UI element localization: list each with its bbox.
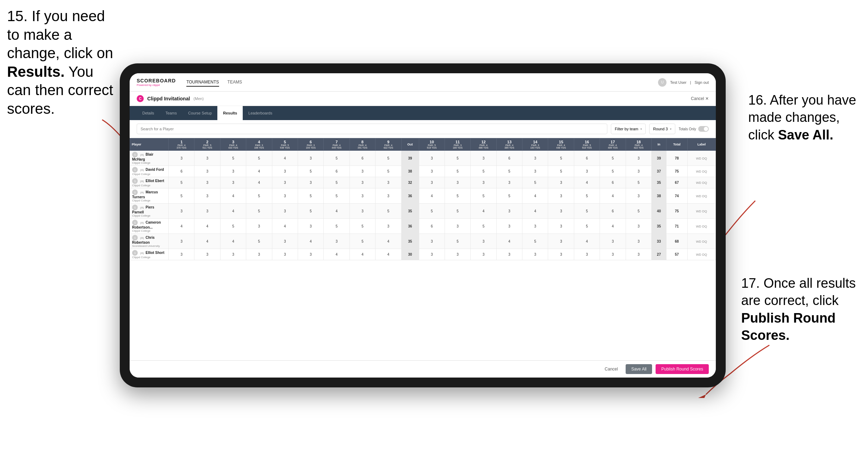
score-hole-11[interactable]: 3 — [445, 249, 470, 260]
label-dq[interactable]: DQ — [702, 181, 707, 185]
score-hole-3[interactable]: 3 — [220, 249, 246, 260]
score-hole-12[interactable]: 3 — [471, 234, 496, 249]
score-hole-13[interactable]: 5 — [496, 166, 522, 177]
score-hole-6[interactable]: 5 — [298, 166, 323, 177]
tab-teams[interactable]: Teams — [160, 106, 182, 120]
score-hole-9[interactable]: 3 — [376, 219, 401, 234]
label-dq[interactable]: DQ — [702, 253, 707, 256]
score-hole-13[interactable]: 5 — [496, 188, 522, 204]
score-hole-7[interactable]: 4 — [324, 204, 349, 219]
tab-results[interactable]: Results — [217, 106, 243, 120]
score-hole-4[interactable]: 5 — [246, 151, 272, 166]
score-hole-2[interactable]: 3 — [194, 151, 220, 166]
score-hole-16[interactable]: 5 — [574, 219, 600, 234]
label-dq[interactable]: DQ — [702, 157, 707, 160]
score-hole-18[interactable]: 5 — [626, 177, 651, 188]
label-wd[interactable]: WD — [696, 225, 701, 228]
score-hole-11[interactable]: 3 — [445, 177, 470, 188]
score-hole-7[interactable]: 5 — [324, 219, 349, 234]
score-hole-6[interactable]: 3 — [298, 219, 323, 234]
score-hole-1[interactable]: 5 — [169, 188, 194, 204]
score-hole-16[interactable]: 4 — [574, 177, 600, 188]
round-filter-dropdown[interactable]: Round 3 ▾ — [649, 124, 675, 134]
score-hole-18[interactable]: 5 — [626, 204, 651, 219]
score-hole-5[interactable]: 4 — [272, 219, 298, 234]
score-hole-9[interactable]: 4 — [376, 249, 401, 260]
score-hole-11[interactable]: 5 — [445, 166, 470, 177]
score-hole-12[interactable]: 5 — [471, 188, 496, 204]
score-hole-12[interactable]: 5 — [471, 219, 496, 234]
score-hole-12[interactable]: 3 — [471, 249, 496, 260]
score-hole-13[interactable]: 3 — [496, 177, 522, 188]
score-hole-5[interactable]: 3 — [272, 166, 298, 177]
score-hole-18[interactable]: 3 — [626, 219, 651, 234]
score-hole-2[interactable]: 3 — [194, 188, 220, 204]
search-input[interactable] — [137, 124, 607, 134]
score-hole-6[interactable]: 3 — [298, 249, 323, 260]
score-hole-10[interactable]: 3 — [419, 151, 445, 166]
score-hole-4[interactable]: 3 — [246, 219, 272, 234]
label-wd[interactable]: WD — [696, 157, 701, 160]
score-hole-17[interactable]: 5 — [600, 166, 626, 177]
score-hole-1[interactable]: 4 — [169, 219, 194, 234]
score-hole-1[interactable]: 6 — [169, 166, 194, 177]
score-hole-6[interactable]: 5 — [298, 204, 323, 219]
score-hole-10[interactable]: 5 — [419, 204, 445, 219]
score-hole-11[interactable]: 5 — [445, 204, 470, 219]
score-hole-7[interactable]: 5 — [324, 188, 349, 204]
score-hole-3[interactable]: 4 — [220, 204, 246, 219]
score-hole-11[interactable]: 5 — [445, 151, 470, 166]
score-hole-2[interactable]: 3 — [194, 166, 220, 177]
score-hole-2[interactable]: 4 — [194, 219, 220, 234]
score-hole-7[interactable]: 4 — [324, 249, 349, 260]
score-hole-14[interactable]: 3 — [522, 151, 548, 166]
score-hole-18[interactable]: 3 — [626, 234, 651, 249]
score-hole-14[interactable]: 5 — [522, 234, 548, 249]
score-hole-1[interactable]: 3 — [169, 151, 194, 166]
score-hole-3[interactable]: 4 — [220, 234, 246, 249]
score-hole-7[interactable]: 5 — [324, 177, 349, 188]
score-hole-1[interactable]: 3 — [169, 204, 194, 219]
save-all-button[interactable]: Save All — [626, 364, 652, 374]
score-hole-8[interactable]: 3 — [349, 204, 375, 219]
score-hole-1[interactable]: 3 — [169, 234, 194, 249]
cancel-button[interactable]: Cancel — [601, 365, 622, 374]
label-dq[interactable]: DQ — [702, 240, 707, 243]
score-hole-4[interactable]: 5 — [246, 234, 272, 249]
score-hole-18[interactable]: 3 — [626, 188, 651, 204]
score-hole-3[interactable]: 3 — [220, 177, 246, 188]
score-hole-18[interactable]: 3 — [626, 166, 651, 177]
score-hole-8[interactable]: 3 — [349, 166, 375, 177]
label-wd[interactable]: WD — [696, 240, 701, 243]
score-hole-16[interactable]: 5 — [574, 188, 600, 204]
score-hole-5[interactable]: 3 — [272, 249, 298, 260]
score-hole-10[interactable]: 4 — [419, 188, 445, 204]
score-hole-11[interactable]: 5 — [445, 188, 470, 204]
score-hole-14[interactable]: 4 — [522, 204, 548, 219]
score-hole-3[interactable]: 5 — [220, 219, 246, 234]
score-hole-7[interactable]: 3 — [324, 234, 349, 249]
score-hole-13[interactable]: 3 — [496, 219, 522, 234]
score-hole-15[interactable]: 3 — [548, 188, 574, 204]
score-hole-17[interactable]: 4 — [600, 219, 626, 234]
score-hole-9[interactable]: 4 — [376, 234, 401, 249]
score-hole-7[interactable]: 6 — [324, 166, 349, 177]
nav-teams[interactable]: TEAMS — [228, 78, 242, 87]
label-dq[interactable]: DQ — [702, 225, 707, 228]
tab-details[interactable]: Details — [137, 106, 160, 120]
score-hole-13[interactable]: 3 — [496, 249, 522, 260]
nav-tournaments[interactable]: TOURNAMENTS — [186, 78, 219, 87]
score-hole-13[interactable]: 3 — [496, 204, 522, 219]
score-hole-16[interactable]: 4 — [574, 234, 600, 249]
score-hole-13[interactable]: 6 — [496, 151, 522, 166]
score-hole-8[interactable]: 5 — [349, 234, 375, 249]
score-hole-5[interactable]: 3 — [272, 188, 298, 204]
score-hole-15[interactable]: 5 — [548, 166, 574, 177]
score-hole-17[interactable]: 4 — [600, 188, 626, 204]
score-hole-16[interactable]: 6 — [574, 151, 600, 166]
label-wd[interactable]: WD — [696, 194, 701, 198]
score-hole-15[interactable]: 5 — [548, 151, 574, 166]
score-hole-4[interactable]: 4 — [246, 177, 272, 188]
scores-table-container[interactable]: Player 1PAR: 4370 YDS 2PAR: 5511 YDS 3PA… — [130, 138, 716, 360]
tab-course-setup[interactable]: Course Setup — [182, 106, 217, 120]
